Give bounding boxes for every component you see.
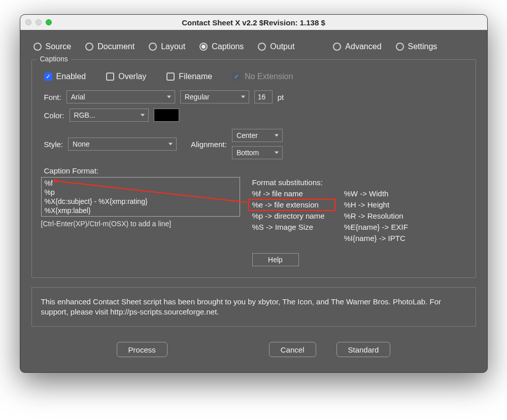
substitution-item: %W -> Width (344, 188, 408, 199)
style-select[interactable]: None (68, 137, 177, 151)
tab-settings[interactable]: Settings (396, 42, 437, 51)
color-swatch[interactable] (154, 109, 179, 122)
substitution-item: %e -> file extension (252, 199, 325, 211)
tab-settings-label: Settings (408, 42, 437, 51)
font-family-select[interactable]: Arial (66, 90, 175, 103)
checkbox-enabled[interactable]: ✓Enabled (44, 72, 86, 81)
checkbox-enabled-label: Enabled (56, 72, 86, 81)
caption-format-label: Caption Format: (44, 166, 466, 175)
tab-layout-label: Layout (161, 42, 185, 51)
color-label: Color: (44, 111, 64, 120)
tab-advanced-label: Advanced (345, 42, 381, 51)
info-text: This enhanced Contact Sheet script has b… (41, 297, 442, 316)
dialog-window: Contact Sheet X v2.2 $Revision: 1.138 $ … (20, 14, 488, 373)
style-label: Style: (44, 140, 63, 149)
tab-advanced[interactable]: Advanced (333, 42, 381, 51)
standard-button[interactable]: Standard (336, 342, 391, 357)
substitution-item: %R -> Resolution (344, 211, 408, 222)
format-substitutions: Format substitutions: %f -> file name %e… (252, 177, 408, 244)
window-zoom-icon[interactable] (46, 19, 52, 25)
alignment-h-select[interactable]: Center (232, 129, 283, 142)
checkbox-filename[interactable]: Filename (166, 72, 212, 81)
dialog-buttons: Process Cancel Standard (31, 342, 476, 360)
tab-document-label: Document (97, 42, 134, 51)
substitution-item: %f -> file name (252, 188, 325, 199)
tab-source[interactable]: Source (33, 42, 72, 51)
checkbox-overlay-label: Overlay (118, 72, 146, 81)
process-button[interactable]: Process (117, 342, 167, 357)
checkbox-no-extension-label: No Extension (245, 72, 293, 81)
font-size-input[interactable]: 16 (254, 90, 273, 103)
font-weight-select[interactable]: Regular (180, 90, 249, 103)
window-close-icon[interactable] (25, 19, 31, 25)
tab-source-label: Source (46, 42, 72, 51)
caption-format-textarea[interactable]: %f %p %X{dc:subject} - %X{xmp:rating} %X… (41, 177, 240, 217)
alignment-label: Alignment: (191, 140, 227, 149)
tab-captions-label: Captions (212, 42, 244, 51)
caption-format-hint: [Ctrl-Enter(XP)/Ctrl-m(OSX) to add a lin… (41, 220, 240, 228)
alignment-v-select[interactable]: Bottom (232, 146, 283, 159)
captions-legend: Captions (37, 55, 71, 63)
checkbox-filename-label: Filename (179, 72, 212, 81)
cancel-button[interactable]: Cancel (269, 342, 316, 357)
captions-panel: Captions ✓Enabled Overlay Filename ✓No E… (31, 59, 476, 278)
tab-output[interactable]: Output (258, 42, 294, 51)
tab-bar: Source Document Layout Captions Output A… (31, 42, 476, 59)
tab-output-label: Output (270, 42, 294, 51)
substitution-item: %H -> Height (344, 199, 408, 211)
font-unit-label: pt (278, 93, 284, 101)
color-mode-select[interactable]: RGB... (70, 109, 149, 122)
info-panel: This enhanced Contact Sheet script has b… (31, 287, 476, 327)
tab-captions[interactable]: Captions (199, 42, 244, 51)
substitution-item: %S -> Image Size (252, 222, 325, 233)
font-label: Font: (44, 93, 61, 101)
window-title: Contact Sheet X v2.2 $Revision: 1.138 $ (20, 18, 487, 27)
substitution-item: %I{name} -> IPTC (344, 233, 408, 244)
help-button[interactable]: Help (252, 253, 299, 266)
substitution-item: %E{name} -> EXIF (344, 222, 408, 233)
substitution-item: %p -> directory name (252, 211, 325, 222)
checkbox-no-extension: ✓No Extension (232, 72, 293, 81)
window-minimize-icon[interactable] (36, 19, 42, 25)
tab-document[interactable]: Document (85, 42, 134, 51)
checkbox-overlay[interactable]: Overlay (106, 72, 146, 81)
substitutions-title: Format substitutions: (252, 177, 325, 188)
tab-layout[interactable]: Layout (149, 42, 185, 51)
titlebar: Contact Sheet X v2.2 $Revision: 1.138 $ (20, 15, 487, 30)
